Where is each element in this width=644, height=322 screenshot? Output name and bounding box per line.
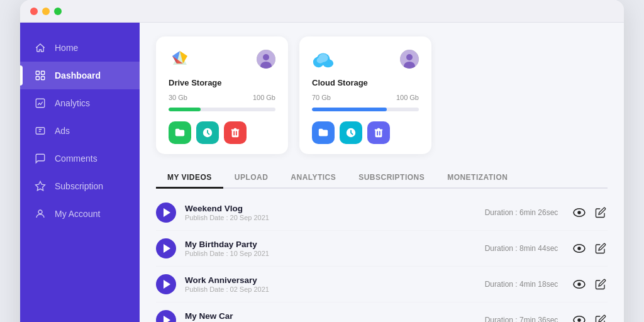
app-body: HomeDashboardAnalyticsAdsCommentsSubscri… <box>20 23 624 322</box>
drive-trash-button[interactable] <box>224 121 247 144</box>
sidebar-icon-dashboard <box>34 69 47 82</box>
cloud-gb-row: 70 Gb 100 Gb <box>312 94 419 101</box>
drive-storage-card: Drive Storage 30 Gb 100 Gb <box>156 36 288 154</box>
video-row: My New Car Publish Date : 28 Aug 2021 Du… <box>156 303 608 322</box>
sidebar: HomeDashboardAnalyticsAdsCommentsSubscri… <box>20 23 140 322</box>
svg-point-24 <box>577 247 580 250</box>
video-title: Work Anniversary <box>185 275 472 285</box>
sidebar-icon-home <box>34 42 47 54</box>
svg-point-11 <box>263 54 269 60</box>
sidebar-item-analytics[interactable]: Analytics <box>20 89 140 117</box>
storage-cards: Drive Storage 30 Gb 100 Gb <box>156 36 608 154</box>
play-button[interactable] <box>156 310 176 322</box>
tab-analytics[interactable]: ANALYTICS <box>279 168 347 189</box>
sidebar-label-subscription: Subscription <box>55 181 103 191</box>
cloud-clock-button[interactable] <box>340 121 362 144</box>
drive-logo-icon <box>169 48 191 70</box>
svg-point-26 <box>577 282 580 286</box>
drive-card-header <box>169 48 275 70</box>
sidebar-icon-analytics <box>34 97 47 109</box>
video-info: My Birthday Party Publish Date : 10 Sep … <box>185 240 472 257</box>
sidebar-item-ads[interactable]: Ads <box>20 117 140 145</box>
video-info: Work Anniversary Publish Date : 02 Sep 2… <box>185 275 472 293</box>
maximize-dot[interactable] <box>54 8 62 15</box>
play-triangle-icon <box>164 208 170 217</box>
tab-subscriptions[interactable]: SUBSCRIPTIONS <box>347 168 436 189</box>
video-view-button[interactable] <box>571 278 587 291</box>
cloud-title: Cloud Storage <box>312 78 419 87</box>
svg-point-28 <box>577 318 580 321</box>
video-date: Publish Date : 10 Sep 2021 <box>185 250 472 257</box>
drive-title: Drive Storage <box>169 78 275 87</box>
sidebar-label-myaccount: My Account <box>55 209 100 219</box>
svg-rect-4 <box>36 99 45 108</box>
cloud-used-gb: 70 Gb <box>312 94 331 101</box>
sidebar-icon-ads <box>34 125 47 137</box>
tab-upload[interactable]: UPLOAD <box>223 168 280 189</box>
play-button[interactable] <box>156 274 176 294</box>
video-edit-button[interactable] <box>594 206 608 219</box>
svg-point-7 <box>38 210 42 214</box>
cloud-progress-bar <box>312 108 419 111</box>
svg-point-19 <box>406 54 413 60</box>
play-button[interactable] <box>156 238 176 258</box>
tab-monetization[interactable]: MONETIZATION <box>436 168 519 189</box>
drive-clock-button[interactable] <box>196 121 219 144</box>
video-title: My Birthday Party <box>185 240 472 249</box>
sidebar-label-comments: Comments <box>55 153 97 164</box>
video-view-button[interactable] <box>571 242 587 255</box>
play-triangle-icon <box>164 316 170 322</box>
close-dot[interactable] <box>30 8 38 15</box>
sidebar-icon-comments <box>34 152 47 165</box>
svg-rect-2 <box>36 77 39 80</box>
video-actions <box>571 277 608 291</box>
video-date: Publish Date : 02 Sep 2021 <box>185 286 472 293</box>
play-button[interactable] <box>156 203 176 223</box>
video-edit-button[interactable] <box>594 313 608 322</box>
sidebar-label-dashboard: Dashboard <box>55 70 101 80</box>
video-view-button[interactable] <box>571 314 587 322</box>
cloud-card-header <box>312 48 419 70</box>
sidebar-item-comments[interactable]: Comments <box>20 145 140 172</box>
main-content: Drive Storage 30 Gb 100 Gb <box>140 23 624 322</box>
video-edit-button[interactable] <box>594 242 608 255</box>
svg-rect-0 <box>36 71 39 74</box>
drive-card-actions <box>169 121 275 144</box>
video-duration: Duration : 7min 36sec <box>480 316 562 322</box>
cloud-storage-card: Cloud Storage 70 Gb 100 Gb <box>299 36 431 154</box>
drive-folder-button[interactable] <box>169 121 191 144</box>
drive-used-gb: 30 Gb <box>169 94 187 101</box>
video-info: My New Car Publish Date : 28 Aug 2021 <box>185 311 472 322</box>
svg-point-17 <box>317 57 324 63</box>
svg-rect-1 <box>42 71 45 74</box>
video-row: Work Anniversary Publish Date : 02 Sep 2… <box>156 267 608 303</box>
video-actions <box>571 313 608 322</box>
video-title: My New Car <box>185 311 472 321</box>
video-title: Weekend Vlog <box>185 204 472 213</box>
video-list: Weekend Vlog Publish Date : 20 Sep 2021 … <box>156 195 608 322</box>
video-actions <box>571 206 608 219</box>
tabs-row: MY VIDEOSUPLOADANALYTICSSUBSCRIPTIONSMON… <box>156 168 608 189</box>
sidebar-active-indicator <box>20 65 23 86</box>
play-triangle-icon <box>164 280 170 289</box>
sidebar-item-subscription[interactable]: Subscription <box>20 172 140 200</box>
sidebar-item-dashboard[interactable]: Dashboard <box>20 62 140 89</box>
sidebar-label-analytics: Analytics <box>55 98 90 108</box>
play-triangle-icon <box>164 244 170 253</box>
minimize-dot[interactable] <box>42 8 50 15</box>
sidebar-item-home[interactable]: Home <box>20 34 140 62</box>
sidebar-item-myaccount[interactable]: My Account <box>20 200 140 228</box>
sidebar-label-home: Home <box>55 43 78 53</box>
tab-my-videos[interactable]: MY VIDEOS <box>156 168 223 189</box>
video-row: My Birthday Party Publish Date : 10 Sep … <box>156 231 608 267</box>
sidebar-icon-myaccount <box>34 208 47 220</box>
cloud-progress-fill <box>312 108 387 111</box>
video-edit-button[interactable] <box>594 277 608 291</box>
cloud-trash-button[interactable] <box>367 121 390 144</box>
cloud-folder-button[interactable] <box>312 121 335 144</box>
drive-gb-row: 30 Gb 100 Gb <box>169 94 275 101</box>
video-view-button[interactable] <box>571 206 587 219</box>
sidebar-icon-subscription <box>34 180 47 192</box>
video-row: Weekend Vlog Publish Date : 20 Sep 2021 … <box>156 195 608 231</box>
video-info: Weekend Vlog Publish Date : 20 Sep 2021 <box>185 204 472 221</box>
